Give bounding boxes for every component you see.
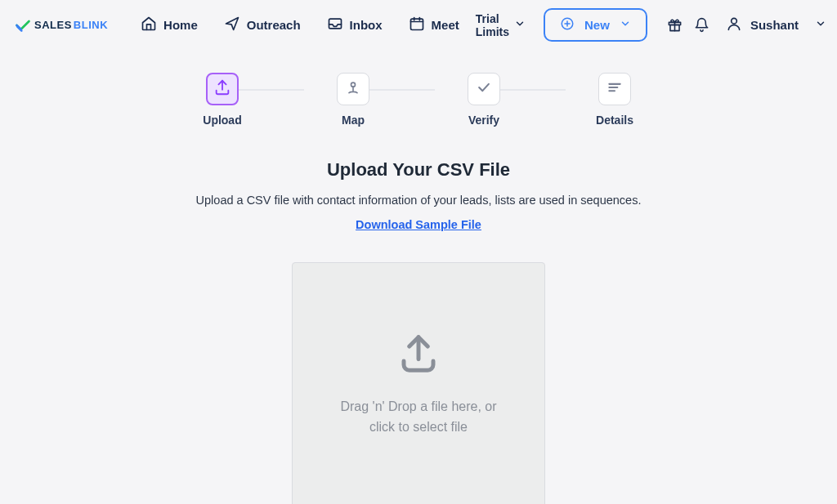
chevron-down-icon (514, 18, 526, 32)
logo[interactable]: SALESBLINK (15, 17, 108, 33)
user-name: Sushant (750, 18, 799, 32)
logo-mark-icon (15, 17, 31, 33)
main-nav: Home Outreach Inbox Meet (141, 16, 459, 34)
gift-icon[interactable] (667, 17, 683, 33)
check-icon (476, 79, 492, 99)
step-upload[interactable]: Upload (190, 73, 255, 127)
bell-icon[interactable] (694, 17, 709, 33)
calendar-icon (409, 16, 425, 34)
user-icon (726, 16, 742, 34)
upload-cloud-icon (396, 332, 441, 379)
page-title: Upload Your CSV File (327, 159, 510, 181)
nav-outreach[interactable]: Outreach (224, 16, 301, 34)
upload-icon (213, 78, 231, 100)
stepper: Upload Map Verify (190, 73, 647, 127)
step-upload-label: Upload (203, 114, 241, 127)
page-subtext: Upload a CSV file with contact informati… (196, 194, 642, 207)
new-button[interactable]: New (544, 8, 647, 42)
step-verify[interactable]: Verify (451, 73, 517, 127)
step-map-label: Map (342, 114, 365, 127)
file-dropzone[interactable]: Drag 'n' Drop a file here, or click to s… (292, 262, 545, 504)
inbox-icon (327, 16, 343, 34)
trial-limits-dropdown[interactable]: Trial Limits (476, 12, 526, 38)
nav-inbox[interactable]: Inbox (327, 16, 383, 34)
step-details[interactable]: Details (582, 73, 647, 127)
nav-home[interactable]: Home (141, 16, 198, 34)
topbar: SALESBLINK Home Outreach Inbox Meet (0, 0, 837, 50)
step-details-label: Details (596, 114, 633, 127)
download-sample-link[interactable]: Download Sample File (356, 218, 481, 231)
plus-circle-icon (560, 16, 575, 33)
send-icon (224, 16, 240, 34)
nav-home-label: Home (163, 18, 198, 32)
home-icon (141, 16, 157, 34)
step-verify-label: Verify (468, 114, 499, 127)
step-map[interactable]: Map (320, 73, 386, 127)
chevron-down-icon (620, 18, 631, 32)
svg-point-5 (732, 18, 737, 24)
logo-text-b: BLINK (74, 19, 108, 31)
trial-label: Trial Limits (476, 12, 509, 38)
details-icon (606, 79, 623, 99)
nav-inbox-label: Inbox (350, 18, 383, 32)
svg-rect-1 (410, 19, 423, 29)
map-pin-icon (345, 79, 361, 99)
main-content: Upload Map Verify (0, 50, 837, 504)
logo-text-a: SALES (34, 19, 72, 31)
dropzone-text: Drag 'n' Drop a file here, or click to s… (337, 397, 500, 438)
nav-outreach-label: Outreach (247, 18, 301, 32)
chevron-down-icon (815, 18, 826, 32)
nav-meet-label: Meet (432, 18, 459, 32)
user-menu[interactable]: Sushant (726, 16, 826, 34)
nav-meet[interactable]: Meet (409, 16, 459, 34)
new-button-label: New (584, 18, 610, 32)
